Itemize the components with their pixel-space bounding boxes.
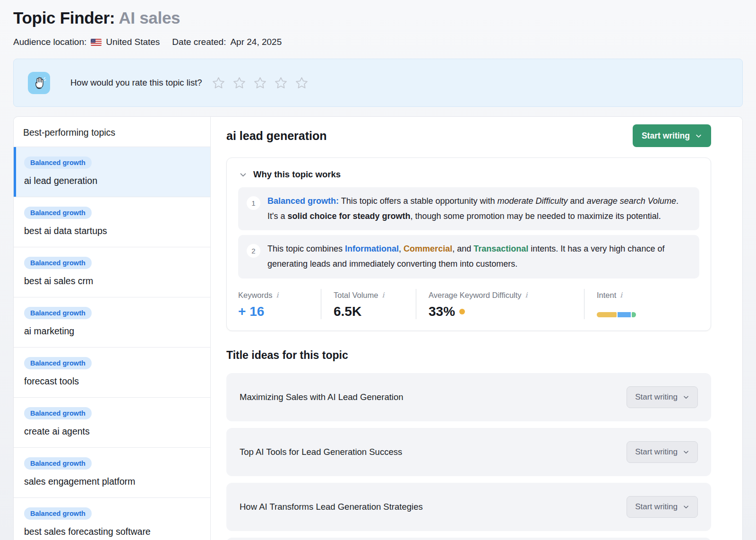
date-created: Date created: Apr 24, 2025 <box>172 37 282 47</box>
why-topic-works-card: Why this topic works 1 Balanced growth: … <box>226 157 711 331</box>
rating-question: How would you rate this topic list? <box>70 78 202 88</box>
info-icon[interactable]: i <box>525 291 528 299</box>
page-title: Topic Finder: AI sales <box>13 9 743 27</box>
start-writing-button[interactable]: Start writing <box>627 441 698 463</box>
title-ideas-header: Title ideas for this topic <box>226 349 711 362</box>
title-idea-text: How AI Transforms Lead Generation Strate… <box>240 502 423 512</box>
page: Topic Finder: AI sales Audience location… <box>0 0 756 540</box>
intent-segment-commercial <box>597 312 617 317</box>
balanced-growth-badge: Balanced growth <box>24 457 92 470</box>
balanced-growth-badge: Balanced growth <box>24 257 92 269</box>
topics-sidebar: Best-performing topics Balanced growth a… <box>14 117 211 540</box>
collapse-chevron-icon <box>239 171 247 179</box>
difficulty-level-dot <box>459 309 465 314</box>
balanced-growth-badge: Balanced growth <box>24 407 92 419</box>
audience-location-value: United States <box>106 37 160 47</box>
start-writing-button[interactable]: Start writing <box>633 124 711 147</box>
topic-list-item[interactable]: Balanced growth best ai data startups <box>14 197 210 247</box>
topics-list: Balanced growth ai lead generation Balan… <box>14 147 210 540</box>
metric-keyword-difficulty: Average Keyword Difficultyi 33% <box>416 289 584 319</box>
topic-label: best ai data startups <box>24 226 201 236</box>
page-title-query: AI sales <box>119 9 180 27</box>
keyword-difficulty-label: Average Keyword Difficulty <box>429 291 522 300</box>
topic-label: ai lead generation <box>24 175 201 186</box>
start-writing-label: Start writing <box>635 447 678 457</box>
title-idea-text: Maximizing Sales with AI Lead Generation <box>240 392 404 402</box>
start-writing-label: Start writing <box>635 392 678 402</box>
reason-text: This topic combines Informational, Comme… <box>267 242 691 271</box>
rating-star[interactable] <box>232 76 246 90</box>
sidebar-header: Best-performing topics <box>14 117 210 147</box>
reason-number: 1 <box>247 196 260 210</box>
title-idea-card: Maximizing Sales with AI Lead Generation… <box>226 373 711 421</box>
start-writing-label: Start writing <box>642 131 690 141</box>
topic-list-item[interactable]: Balanced growth best sales forecasting s… <box>14 498 210 540</box>
intent-segment-informational <box>618 312 631 317</box>
metric-total-volume: Total Volumei 6.5K <box>321 289 416 319</box>
reasons-list: 1 Balanced growth: This topic offers a s… <box>238 187 699 279</box>
keywords-value: + 16 <box>238 304 321 319</box>
topic-label: forecast tools <box>24 376 201 387</box>
metric-keywords: Keywordsi + 16 <box>238 289 321 319</box>
intent-segment-transactional <box>632 312 636 317</box>
topic-detail-pane: ai lead generation Start writing Why thi… <box>211 117 742 540</box>
intent-bar <box>597 312 636 317</box>
balanced-growth-badge: Balanced growth <box>24 357 92 369</box>
chevron-down-icon <box>683 394 689 401</box>
rating-banner: How would you rate this topic list? <box>13 59 743 107</box>
topic-list-item[interactable]: Balanced growth forecast tools <box>14 348 210 398</box>
audience-location: Audience location: United State <box>13 37 160 47</box>
rating-star[interactable] <box>274 76 288 90</box>
detail-header: ai lead generation Start writing <box>226 124 711 147</box>
reason-block: 2 This topic combines Informational, Com… <box>238 235 699 278</box>
balanced-growth-badge: Balanced growth <box>24 507 92 520</box>
info-icon[interactable]: i <box>382 291 384 299</box>
keywords-label: Keywords <box>238 291 272 300</box>
topic-list-item[interactable]: Balanced growth sales engagement platfor… <box>14 448 210 498</box>
title-ideas-list: Maximizing Sales with AI Lead Generation… <box>226 373 711 531</box>
info-icon[interactable]: i <box>276 291 278 299</box>
start-writing-button[interactable]: Start writing <box>627 386 698 408</box>
topic-list-item[interactable]: Balanced growth ai marketing <box>14 297 210 348</box>
chevron-down-icon <box>683 449 689 455</box>
intent-label: Intent <box>597 291 616 300</box>
audience-location-label: Audience location: <box>13 37 86 47</box>
metric-intent: Intenti <box>584 289 636 319</box>
why-topic-works-toggle[interactable]: Why this topic works <box>238 167 699 180</box>
rating-star[interactable] <box>212 76 225 90</box>
rating-star[interactable] <box>295 76 309 90</box>
date-created-value: Apr 24, 2025 <box>230 37 282 47</box>
start-writing-label: Start writing <box>635 502 678 512</box>
balanced-growth-badge: Balanced growth <box>24 207 92 219</box>
topic-label: best ai sales crm <box>24 276 201 287</box>
rating-stars <box>212 76 309 90</box>
keyword-difficulty-value: 33% <box>429 304 455 319</box>
topic-label: create ai agents <box>24 426 201 437</box>
selected-topic-title: ai lead generation <box>226 129 327 143</box>
title-idea-card: How AI Transforms Lead Generation Strate… <box>226 483 711 531</box>
info-icon[interactable]: i <box>620 291 622 299</box>
topic-label: best sales forecasting software <box>24 526 201 537</box>
chevron-down-icon <box>695 132 702 139</box>
raised-hand-icon <box>28 72 50 94</box>
title-idea-card-partial <box>226 538 711 540</box>
topic-list-item[interactable]: Balanced growth ai lead generation <box>14 147 210 197</box>
rating-star[interactable] <box>253 76 267 90</box>
page-title-prefix: Topic Finder: <box>13 9 115 27</box>
title-idea-card: Top AI Tools for Lead Generation Success… <box>226 428 711 476</box>
us-flag-icon <box>91 39 102 46</box>
total-volume-value: 6.5K <box>334 304 416 319</box>
title-idea-text: Top AI Tools for Lead Generation Success <box>240 447 402 457</box>
metrics-row: Keywordsi + 16 Total Volumei 6.5K Averag… <box>238 289 699 319</box>
start-writing-button[interactable]: Start writing <box>627 496 698 518</box>
balanced-growth-badge: Balanced growth <box>24 157 92 169</box>
page-meta: Audience location: United State <box>13 37 743 47</box>
reason-block: 1 Balanced growth: This topic offers a s… <box>238 187 699 230</box>
topic-list-item[interactable]: Balanced growth create ai agents <box>14 398 210 448</box>
balanced-growth-badge: Balanced growth <box>24 307 92 319</box>
topic-label: ai marketing <box>24 326 201 337</box>
topic-list-item[interactable]: Balanced growth best ai sales crm <box>14 247 210 297</box>
reason-number: 2 <box>247 244 260 258</box>
why-topic-works-title: Why this topic works <box>253 169 341 180</box>
main-card: Best-performing topics Balanced growth a… <box>13 116 743 540</box>
